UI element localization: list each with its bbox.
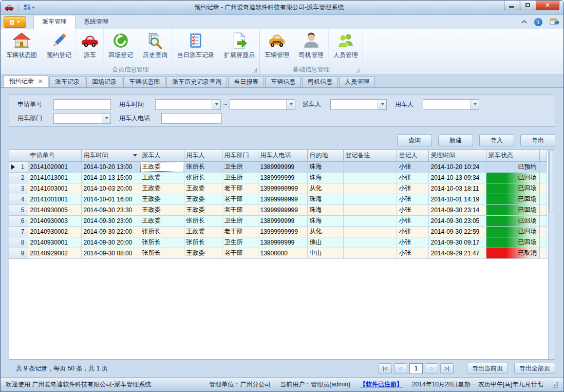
export-all-pages-button[interactable]: 导出全部页 <box>514 363 555 374</box>
col-header-request-no[interactable]: 申请单号 <box>28 150 81 161</box>
extended-screen-button[interactable]: 扩展屏显示 <box>219 29 259 65</box>
query-button[interactable]: 查询 <box>397 134 432 146</box>
combo-button[interactable] <box>378 100 386 109</box>
grid-cell[interactable]: 王政委 <box>184 183 222 194</box>
grid-cell[interactable]: 珠海 <box>307 194 343 204</box>
table-row[interactable]: 9 20140929002 2014-09-30 08:00 张所长 王政委 老… <box>9 248 547 258</box>
close-button[interactable]: ✕ <box>536 1 559 10</box>
grid-cell[interactable]: 2014-10-01 16:00 <box>81 194 140 204</box>
grid-cell[interactable]: 张所长 <box>140 237 184 248</box>
status-cell[interactable]: 已取消 <box>486 248 539 258</box>
table-row[interactable]: 3 20141003001 2014-10-03 20:00 王政委 王政委 老… <box>9 183 547 194</box>
grid-cell[interactable] <box>343 226 397 237</box>
license-registered-link[interactable]: 【软件已注册】 <box>360 380 403 389</box>
row-indicator[interactable]: 4 <box>9 194 28 204</box>
about-window-icon[interactable] <box>550 17 559 26</box>
table-row[interactable]: 5 20140930005 2014-09-30 23:30 王政委 王政委 老… <box>9 204 547 215</box>
grid-cell[interactable]: 2014-10-03 20:00 <box>81 183 140 194</box>
grid-cell[interactable]: 张所长 <box>140 248 184 258</box>
grid-cell[interactable]: 20141020001 <box>28 161 81 172</box>
doc-tab-reservation-records[interactable]: 预约记录✕ <box>4 75 48 87</box>
grid-cell[interactable]: 20140930005 <box>28 204 81 215</box>
col-header-accept-time[interactable]: 受理时间 <box>428 150 486 161</box>
vehicle-status-map-button[interactable]: 车辆状态图 <box>2 29 42 65</box>
row-indicator[interactable]: 8 <box>9 237 28 248</box>
driver-manage-button[interactable]: 司机管理 <box>294 29 328 65</box>
grid-cell[interactable]: 王政委 <box>140 215 184 226</box>
grid-cell[interactable]: 王政委 <box>140 194 184 204</box>
grid-cell[interactable]: 2014-09-30 20:00 <box>81 237 140 248</box>
grid-cell[interactable]: 2014-09-30 22:00 <box>81 226 140 237</box>
dialog-launcher-icon[interactable] <box>355 68 360 72</box>
row-indicator[interactable]: 6 <box>9 215 28 226</box>
doc-tab-vehicle-info[interactable]: 车辆信息 <box>265 76 301 87</box>
grid-cell[interactable]: 王政委 <box>184 248 222 258</box>
grid-cell[interactable]: 2014-10-13 15:00 <box>81 172 140 183</box>
doc-tab-return-records[interactable]: 回场记录 <box>86 76 122 87</box>
personnel-manage-button[interactable]: 人员管理 <box>328 29 363 65</box>
grid-cell[interactable]: 2014-10-13 09:34 <box>428 172 486 183</box>
grid-cell[interactable]: 王政委 <box>184 204 222 215</box>
status-cell[interactable]: 已回场 <box>486 183 539 194</box>
doc-tab-daily-report[interactable]: 当日报表 <box>228 76 264 87</box>
grid-cell[interactable]: 20140929002 <box>28 248 81 258</box>
grid-cell[interactable]: 20140930003 <box>28 215 81 226</box>
grid-cell[interactable]: 20140930001 <box>28 237 81 248</box>
grid-cell[interactable]: 老干部 <box>222 183 258 194</box>
status-cell[interactable]: 已回场 <box>486 172 539 183</box>
grid-cell[interactable]: 1389999999 <box>258 237 307 248</box>
grid-cell[interactable]: 2014-09-30 22:59 <box>428 226 486 237</box>
ribbon-tab-dispatch[interactable]: 派车管理 <box>33 15 76 29</box>
last-page-button[interactable]: >| <box>440 363 454 374</box>
return-register-button[interactable]: 回场登记 <box>103 29 138 65</box>
grid-cell[interactable] <box>343 248 397 258</box>
grid-cell[interactable]: 1389999999 <box>258 161 307 172</box>
grid-cell[interactable]: 王政委 <box>140 204 184 215</box>
grid-cell[interactable]: 珠海 <box>307 172 343 183</box>
grid-cell[interactable] <box>343 194 397 204</box>
grid-cell[interactable] <box>343 183 397 194</box>
dispatch-button[interactable]: 派车 <box>76 29 103 65</box>
grid-cell[interactable]: 卫生所 <box>222 172 258 183</box>
grid-cell[interactable]: 小张 <box>397 172 428 183</box>
grid-cell[interactable]: 中山 <box>307 248 343 258</box>
grid-cell[interactable]: 卫生所 <box>222 161 258 172</box>
status-cell[interactable]: 已回场 <box>486 226 539 237</box>
page-number-input[interactable] <box>409 363 423 374</box>
grid-cell[interactable]: 小张 <box>397 237 428 248</box>
table-row[interactable]: 8 20140930001 2014-09-30 20:00 张所长 张所长 卫… <box>9 237 547 248</box>
today-dispatch-records-button[interactable]: 当日派车记录 <box>172 29 219 65</box>
row-indicator[interactable]: 9 <box>9 248 28 258</box>
row-indicator-header[interactable] <box>9 150 28 161</box>
grid-cell[interactable]: 小张 <box>397 161 428 172</box>
col-header-use-time[interactable]: 用车时间 <box>81 150 140 161</box>
col-header-destination[interactable]: 目的地 <box>307 150 343 161</box>
minimize-button[interactable] <box>504 1 519 10</box>
col-header-department[interactable]: 用车部门 <box>222 150 258 161</box>
row-indicator[interactable]: 3 <box>9 183 28 194</box>
doc-tab-history-query[interactable]: 派车历史记录查询 <box>166 76 227 87</box>
grid-cell[interactable]: 小张 <box>397 183 428 194</box>
doc-tab-dispatch-records[interactable]: 派车记录 <box>49 76 85 87</box>
grid-cell[interactable]: 13999999999 <box>258 194 307 204</box>
grid-cell[interactable]: 2014-09-30 08:00 <box>81 248 140 258</box>
import-button[interactable]: 导入 <box>479 134 514 146</box>
row-indicator[interactable]: 5 <box>9 204 28 215</box>
close-tab-icon[interactable]: ✕ <box>38 79 43 84</box>
row-indicator[interactable]: 1 <box>9 161 28 172</box>
grid-cell[interactable]: 2014-10-03 18:11 <box>428 183 486 194</box>
grid-cell[interactable]: 2014-10-20 13:00 <box>81 161 140 172</box>
quick-layout-button[interactable] <box>24 4 35 11</box>
table-row[interactable]: 7 20140930002 2014-09-30 22:00 张所长 王政委 老… <box>9 226 547 237</box>
grid-cell[interactable]: 王政委 <box>184 226 222 237</box>
grid-cell[interactable]: 张所长 <box>184 237 222 248</box>
row-indicator[interactable]: 7 <box>9 226 28 237</box>
grid-cell[interactable]: 2014-10-20 10:24 <box>428 161 486 172</box>
combo-button[interactable] <box>212 100 220 109</box>
vehicle-manage-button[interactable]: 车辆管理 <box>260 29 294 65</box>
col-header-remark[interactable]: 登记备注 <box>343 150 397 161</box>
grid-cell[interactable]: 老干部 <box>222 194 258 204</box>
col-header-user[interactable]: 用车人 <box>184 150 222 161</box>
grid-cell[interactable]: 2014-09-30 23:30 <box>81 204 140 215</box>
grid-cell[interactable]: 老干部 <box>222 204 258 215</box>
